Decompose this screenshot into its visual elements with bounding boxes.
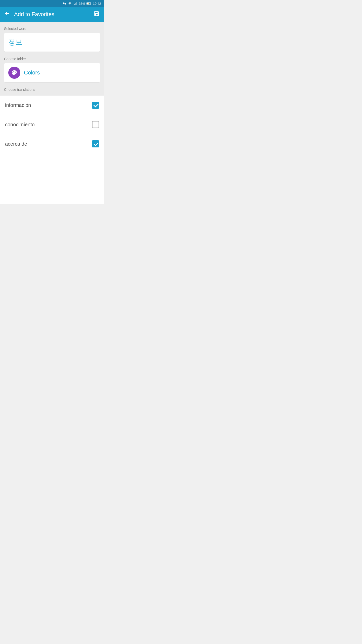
svg-rect-1 — [75, 3, 75, 5]
translation-text: acerca de — [5, 141, 27, 147]
selected-word-box: 정보 — [4, 33, 100, 52]
folder-name: Colors — [24, 69, 40, 76]
svg-rect-5 — [91, 3, 91, 4]
app-bar-left: Add to Favorites — [4, 11, 54, 18]
signal-icon — [73, 2, 77, 5]
app-bar: Add to Favorites — [0, 7, 104, 22]
svg-text:⚡: ⚡ — [88, 3, 90, 5]
translations-list: informaciónconocimientoacerca de — [0, 96, 104, 153]
translation-text: información — [5, 102, 31, 108]
mute-icon — [62, 2, 66, 5]
back-button[interactable] — [4, 11, 10, 18]
page-title: Add to Favorites — [14, 11, 54, 18]
choose-folder-label: Choose folder — [4, 57, 100, 61]
translation-checkbox[interactable] — [92, 121, 99, 128]
translation-item[interactable]: información — [0, 96, 104, 115]
svg-rect-3 — [76, 2, 77, 5]
translation-item[interactable]: conocimiento — [0, 115, 104, 134]
save-button[interactable] — [94, 10, 100, 18]
folder-selector[interactable]: Colors — [4, 63, 100, 83]
palette-icon — [11, 69, 18, 76]
form-content: Selected word 정보 Choose folder Colors Ch… — [0, 22, 104, 96]
translation-checkbox[interactable] — [92, 102, 99, 109]
selected-word-value: 정보 — [8, 38, 22, 46]
status-bar: 36% ⚡ 19:42 — [0, 0, 104, 7]
translation-item[interactable]: acerca de — [0, 134, 104, 153]
svg-rect-0 — [74, 4, 75, 5]
folder-icon-circle — [8, 67, 20, 79]
wifi-icon — [68, 2, 72, 5]
choose-translations-label: Choose translations — [4, 88, 100, 92]
translation-text: conocimiento — [5, 122, 35, 128]
battery-icon: ⚡ — [86, 2, 92, 5]
status-time: 19:42 — [93, 2, 101, 6]
translation-checkbox[interactable] — [92, 140, 99, 147]
battery-percent: 36% — [79, 2, 85, 6]
selected-word-label: Selected word — [4, 27, 100, 31]
svg-rect-2 — [76, 3, 76, 5]
status-icons: 36% ⚡ 19:42 — [62, 2, 101, 6]
bottom-space — [0, 153, 104, 204]
